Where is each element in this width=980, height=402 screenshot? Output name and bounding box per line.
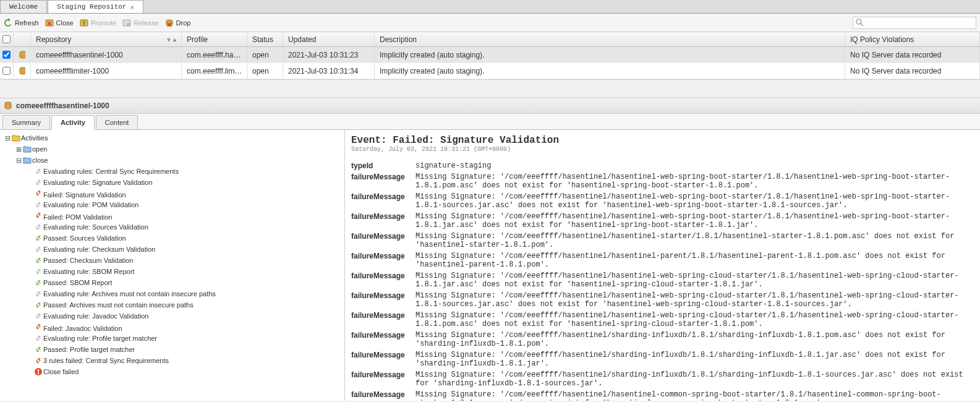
gear-red-icon bbox=[33, 189, 43, 197]
event-key: failureMessage bbox=[351, 212, 408, 229]
tab-close-icon[interactable]: ✕ bbox=[130, 3, 134, 11]
activity-tree[interactable]: ⊟Activities⊞open⊟closeEvaluating rules: … bbox=[0, 130, 345, 401]
header-description[interactable]: Description bbox=[375, 32, 845, 46]
tree-node[interactable]: Evaluating rule: Profile target matcher bbox=[0, 333, 344, 344]
header-updated[interactable]: Updated bbox=[283, 32, 375, 46]
tree-node[interactable]: Evaluating rule: Sources Validation bbox=[0, 221, 344, 233]
gear-green-icon bbox=[33, 278, 43, 287]
tree-node-label: Evaluating rule: POM Validation bbox=[43, 201, 139, 208]
tree-node-label: Evaluating rule: Archives must not conta… bbox=[43, 290, 216, 297]
gear-icon bbox=[33, 178, 43, 187]
repository-icon bbox=[19, 51, 25, 59]
gear-green-icon bbox=[33, 234, 43, 242]
tree-node-label: Evaluating rule: Javadoc Validation bbox=[43, 312, 148, 320]
tree-node[interactable]: ⊟Activities bbox=[0, 132, 344, 143]
release-button[interactable]: Release bbox=[122, 19, 158, 27]
event-value: Missing Signature: '/com/eeeffff/hasenti… bbox=[415, 291, 974, 309]
tree-node[interactable]: 3 rules failed: Central Sync Requirement… bbox=[0, 355, 344, 366]
tree-node[interactable]: Passed: Checksum Validation bbox=[0, 255, 344, 266]
event-value: Missing Signature: '/com/eeeffff/hasenti… bbox=[415, 390, 974, 401]
tree-node[interactable]: Failed: Javadoc Validation bbox=[0, 322, 344, 333]
row-checkbox-cell[interactable] bbox=[0, 47, 14, 62]
event-row: failureMessageMissing Signature: '/com/e… bbox=[351, 291, 974, 309]
tree-toggle-icon[interactable]: ⊞ bbox=[15, 145, 22, 153]
close-button[interactable]: Close bbox=[45, 19, 74, 27]
select-all-checkbox[interactable] bbox=[2, 35, 11, 43]
event-row: failureMessageMissing Signature: '/com/e… bbox=[351, 370, 974, 388]
grid-header: Repository▾ Profile Status Updated Descr… bbox=[0, 32, 980, 47]
event-key: failureMessage bbox=[351, 232, 408, 249]
tree-node[interactable]: Evaluating rule: Signature Validation bbox=[0, 177, 344, 188]
table-row[interactable]: comeeeffffhasentinel-1000com.eeeffff.ha…… bbox=[0, 47, 980, 63]
event-row: failureMessageMissing Signature: '/com/e… bbox=[351, 272, 974, 289]
tree-node[interactable]: Passed: SBOM Report bbox=[0, 277, 344, 288]
cell-status: open bbox=[247, 63, 283, 79]
event-row: failureMessageMissing Signature: '/com/e… bbox=[351, 351, 974, 368]
event-row: failureMessageMissing Signature: '/com/e… bbox=[351, 232, 974, 249]
tree-node[interactable]: Failed: Signature Validation bbox=[0, 188, 344, 199]
event-value: Missing Signature: '/com/eeeffff/hasenti… bbox=[415, 212, 974, 229]
drop-button[interactable]: Drop bbox=[165, 19, 191, 27]
row-checkbox[interactable] bbox=[2, 51, 11, 59]
tree-node-label: Evaluating rules: Central Sync Requireme… bbox=[43, 168, 179, 175]
editor-tab[interactable]: Welcome bbox=[0, 0, 47, 13]
column-menu-icon[interactable]: ▾ bbox=[167, 35, 171, 44]
event-title: Event: Failed: Signature Validation bbox=[351, 135, 974, 146]
cell-profile: com.eeeffff.lim… bbox=[182, 63, 247, 79]
tree-node[interactable]: ⊞open bbox=[0, 143, 344, 155]
folder-blue-icon bbox=[22, 145, 32, 153]
subtab-activity[interactable]: Activity bbox=[51, 115, 95, 130]
search-input[interactable] bbox=[867, 19, 973, 27]
event-key: failureMessage bbox=[351, 291, 408, 309]
refresh-button[interactable]: Refresh bbox=[4, 19, 39, 27]
tab-label: Welcome bbox=[9, 3, 38, 11]
gear-icon bbox=[33, 267, 43, 276]
tree-node-label: Passed: Archives must not contain insecu… bbox=[43, 301, 194, 309]
cell-description: Implicitly created (auto staging). bbox=[375, 63, 845, 79]
tree-node[interactable]: Evaluating rule: Checksum Validation bbox=[0, 244, 344, 255]
tree-node[interactable]: Failed: POM Validation bbox=[0, 210, 344, 221]
drop-icon bbox=[165, 19, 174, 27]
table-row[interactable]: comeeefffflimiter-1000com.eeeffff.lim…op… bbox=[0, 63, 980, 79]
gear-icon bbox=[33, 167, 43, 176]
gear-green-icon bbox=[33, 301, 43, 309]
cell-repository: comeeefffflimiter-1000 bbox=[31, 63, 182, 79]
tree-node[interactable]: Evaluating rule: Javadoc Validation bbox=[0, 310, 344, 322]
tree-node[interactable]: Evaluating rule: SBOM Report bbox=[0, 266, 344, 277]
event-value: signature-staging bbox=[415, 161, 491, 170]
tree-toggle-icon[interactable]: ⊟ bbox=[15, 156, 22, 165]
row-checkbox-cell[interactable] bbox=[0, 63, 14, 79]
header-iq[interactable]: IQ Policy Violations bbox=[845, 32, 980, 46]
tree-node[interactable]: Passed: Sources Validation bbox=[0, 233, 344, 244]
event-key: failureMessage bbox=[351, 311, 408, 328]
header-profile[interactable]: Profile bbox=[182, 32, 247, 46]
row-checkbox[interactable] bbox=[2, 67, 11, 75]
tree-node[interactable]: Passed: Archives must not contain insecu… bbox=[0, 299, 344, 310]
subtab-content[interactable]: Content bbox=[96, 115, 138, 129]
event-row: failureMessageMissing Signature: '/com/e… bbox=[351, 311, 974, 328]
row-icon-cell bbox=[14, 63, 31, 79]
tree-node[interactable]: Evaluating rule: POM Validation bbox=[0, 199, 344, 210]
gear-icon bbox=[33, 334, 43, 343]
header-status[interactable]: Status bbox=[247, 32, 283, 46]
tree-node[interactable]: Close failed bbox=[0, 366, 344, 377]
tree-node[interactable]: ⊟close bbox=[0, 155, 344, 166]
promote-button[interactable]: Promote bbox=[80, 19, 117, 27]
header-repository[interactable]: Repository▾ bbox=[31, 32, 182, 46]
tree-node[interactable]: Evaluating rules: Central Sync Requireme… bbox=[0, 166, 344, 177]
header-checkbox-cell[interactable] bbox=[0, 32, 14, 46]
tree-node-label: open bbox=[32, 145, 47, 153]
event-value: Missing Signature: '/com/eeeffff/hasenti… bbox=[415, 370, 974, 388]
tree-node-label: Failed: Signature Validation bbox=[43, 191, 126, 199]
tree-node-label: Evaluating rule: SBOM Report bbox=[43, 268, 134, 275]
tree-node[interactable]: Passed: Profile target matcher bbox=[0, 344, 344, 355]
subtab-summary[interactable]: Summary bbox=[2, 115, 50, 129]
gear-icon bbox=[33, 289, 43, 298]
search-box[interactable] bbox=[853, 17, 976, 29]
cell-profile: com.eeeffff.ha… bbox=[182, 47, 247, 62]
tree-node[interactable]: Evaluating rule: Archives must not conta… bbox=[0, 288, 344, 299]
promote-icon bbox=[80, 19, 88, 27]
tree-toggle-icon[interactable]: ⊟ bbox=[4, 134, 11, 142]
editor-tab[interactable]: Staging Repositor✕ bbox=[48, 0, 143, 13]
cell-iq: No IQ Server data recorded bbox=[845, 63, 980, 79]
